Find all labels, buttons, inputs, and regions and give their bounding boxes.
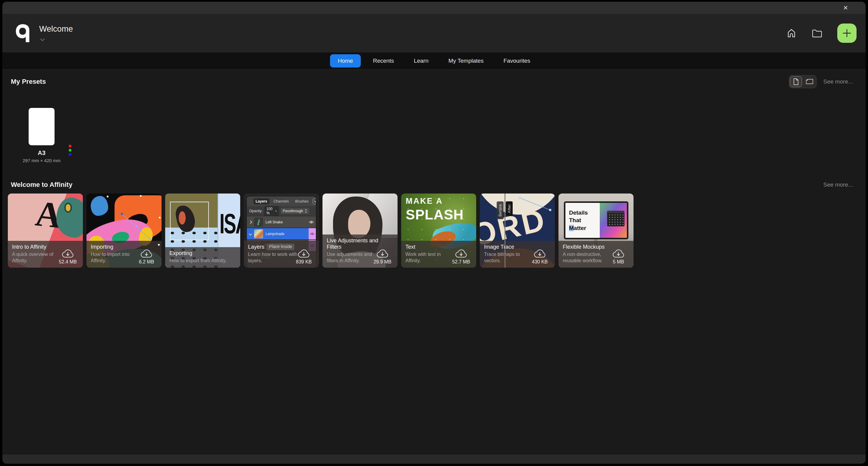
cloud-download-icon bbox=[375, 249, 390, 259]
download-indicator: 52.7 MB bbox=[450, 249, 472, 265]
portrait-view-button[interactable] bbox=[790, 76, 802, 87]
eye-icon bbox=[309, 221, 314, 224]
card-overlay: Exporting How to export from Affinity. bbox=[165, 247, 240, 268]
panel-tab-brushes: Brushes bbox=[293, 198, 310, 205]
cloud-download-icon bbox=[61, 249, 75, 259]
panel-menu-icon bbox=[313, 198, 316, 205]
preset-name: A3 bbox=[18, 150, 66, 156]
bezier-handles bbox=[516, 193, 555, 218]
rgb-color-mode-dots bbox=[69, 145, 71, 156]
opacity-value-dropdown: 100 % bbox=[264, 206, 279, 216]
landscape-view-button[interactable] bbox=[804, 76, 815, 87]
card-title: Live Adjustments and Filters bbox=[327, 238, 379, 251]
gear-icon bbox=[311, 209, 311, 213]
red-dot bbox=[69, 145, 71, 147]
card-description: Work with text in Affinity. bbox=[405, 251, 456, 264]
card-layers[interactable]: Layers Channels Brushes Opacity: 100 % bbox=[244, 193, 319, 268]
screen-text-line: Details bbox=[569, 209, 600, 217]
card-description: A non-destructive, reusable workflow. bbox=[563, 251, 613, 264]
presets-see-more-link[interactable]: See more... bbox=[822, 78, 855, 85]
tab-recents[interactable]: Recents bbox=[365, 54, 402, 67]
blend-mode-dropdown: Passthrough bbox=[281, 208, 309, 214]
thumb-headline-1: MAKE A bbox=[406, 196, 464, 206]
cloud-download-icon bbox=[454, 249, 468, 259]
home-button[interactable] bbox=[786, 28, 797, 39]
open-folder-button[interactable] bbox=[811, 28, 823, 38]
card-description: Use adjustments and filters in Affinity. bbox=[327, 251, 377, 264]
app-window: ✕ Welcome bbox=[2, 2, 866, 464]
welcome-section-header: Welcome to Affinity See more... bbox=[11, 179, 855, 191]
preset-page-preview bbox=[29, 108, 55, 145]
card-description: A quick overview of Affinity. bbox=[12, 251, 63, 264]
download-size: 5 MB bbox=[607, 259, 630, 265]
new-document-button[interactable] bbox=[837, 24, 857, 43]
tab-favourites[interactable]: Favourites bbox=[496, 54, 538, 67]
page-title: Welcome bbox=[39, 24, 73, 34]
download-size: 52.7 MB bbox=[450, 259, 472, 265]
opacity-label: Opacity: bbox=[249, 209, 262, 213]
card-exporting[interactable]: ISAB Exporting How to export from Affini… bbox=[165, 193, 240, 268]
card-description: Trace bitmaps to vectors. bbox=[484, 251, 535, 264]
card-flexible-mockups[interactable]: Details That Matter Flexible Mockups A n… bbox=[558, 193, 633, 268]
card-description: Learn how to work with layers. bbox=[248, 251, 299, 264]
before-after-divider bbox=[504, 193, 505, 268]
panel-tab-layers: Layers bbox=[253, 198, 270, 205]
card-image-trace[interactable]: ORD Before After Image Trace Trace bitma… bbox=[480, 193, 555, 268]
layer-row-selected: Lampshade bbox=[247, 227, 316, 239]
screen-text-line: Matter bbox=[569, 224, 600, 232]
tutorial-cards-row: A Intro to Affinity A quick overview of … bbox=[8, 193, 860, 268]
layer-thumbnail bbox=[254, 229, 263, 239]
blue-dot bbox=[69, 153, 71, 156]
place-inside-tag: Place Inside bbox=[267, 244, 294, 250]
download-indicator: 839 KB bbox=[292, 249, 315, 265]
title-block: Welcome bbox=[39, 24, 73, 42]
download-size: 430 KB bbox=[528, 259, 551, 265]
status-bar bbox=[2, 455, 866, 464]
home-icon bbox=[786, 28, 797, 39]
preset-a3[interactable]: A3 297 mm × 420 mm bbox=[18, 108, 66, 163]
landscape-page-icon bbox=[806, 79, 813, 85]
card-importing[interactable]: Importing How to import into Affinity. 6… bbox=[87, 193, 161, 268]
thumb-headline-2: SPLASH bbox=[406, 207, 464, 223]
chevron-down-icon[interactable] bbox=[40, 37, 44, 42]
cloud-download-icon bbox=[533, 249, 547, 259]
before-label: Before bbox=[497, 201, 504, 219]
collapse-chevron-icon bbox=[249, 232, 252, 236]
presets-body: A3 297 mm × 420 mm bbox=[2, 88, 866, 179]
glyph-browser-panel bbox=[607, 211, 624, 226]
layer-row: Left Snake bbox=[247, 216, 316, 227]
tab-home[interactable]: Home bbox=[330, 54, 361, 67]
green-dot bbox=[69, 149, 71, 152]
lock-icon bbox=[313, 209, 313, 213]
panel-tab-channels: Channels bbox=[272, 198, 291, 205]
monitor-mockup: Details That Matter bbox=[564, 201, 628, 239]
plus-icon bbox=[842, 28, 852, 38]
card-live-adjustments[interactable]: Live Adjustments and Filters Use adjustm… bbox=[322, 193, 398, 268]
download-size: 29.9 MB bbox=[371, 259, 394, 265]
layer-icon bbox=[254, 218, 263, 227]
bezier-handles bbox=[87, 193, 161, 268]
header: Welcome bbox=[2, 14, 866, 53]
card-intro-to-affinity[interactable]: A Intro to Affinity A quick overview of … bbox=[8, 193, 83, 268]
folder-icon bbox=[811, 28, 823, 38]
tabbar: Home Recents Learn My Templates Favourit… bbox=[2, 53, 866, 70]
layer-name: Lampshade bbox=[266, 232, 284, 236]
tab-learn[interactable]: Learn bbox=[406, 54, 436, 67]
card-description: How to export from Affinity. bbox=[169, 258, 236, 264]
card-thumb-illustration bbox=[87, 193, 161, 268]
screen-text-line: That bbox=[569, 216, 600, 224]
eye-icon bbox=[309, 228, 316, 239]
header-actions bbox=[786, 24, 857, 43]
welcome-heading: Welcome to Affinity bbox=[11, 181, 72, 189]
presets-section-header: My Presets See more... bbox=[11, 75, 855, 88]
card-text[interactable]: MAKE A SPLASH Text Work with text in Aff… bbox=[401, 193, 476, 268]
tab-my-templates[interactable]: My Templates bbox=[441, 54, 492, 67]
download-indicator: 430 KB bbox=[528, 249, 551, 265]
close-button[interactable]: ✕ bbox=[841, 4, 850, 11]
welcome-see-more-link[interactable]: See more... bbox=[822, 181, 855, 188]
expand-chevron-icon bbox=[249, 220, 252, 224]
portrait-page-icon bbox=[793, 78, 799, 85]
card-title: Exporting bbox=[169, 250, 222, 257]
download-indicator: 29.9 MB bbox=[371, 249, 394, 265]
download-size: 52.4 MB bbox=[56, 259, 79, 265]
